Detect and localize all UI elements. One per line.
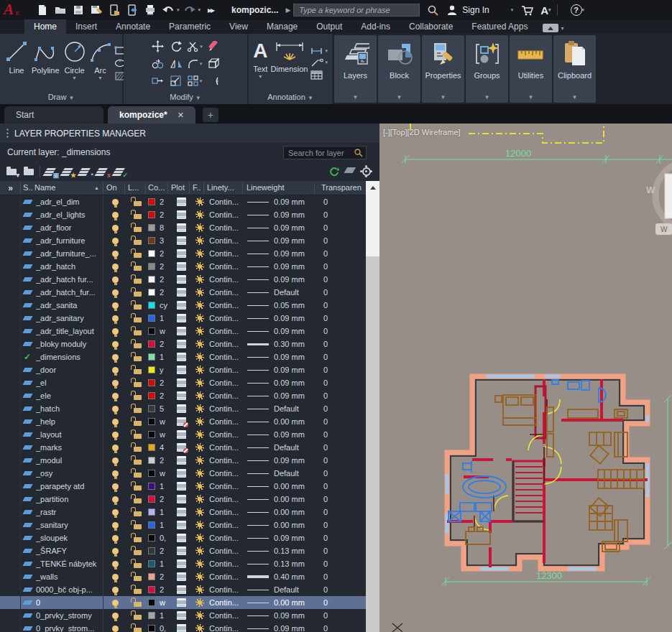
layer-lineweight[interactable]: 0.09 mm [274,221,311,234]
layer-row[interactable]: _adr_hatch fur...2Contin...0.09 mm0 [0,273,366,286]
layer-row[interactable]: _walls2Contin...0.40 mm0 [0,570,366,583]
layer-unlock-icon[interactable] [134,557,142,570]
layer-linetype[interactable]: Contin... [209,596,243,609]
ribbon-tab-annotate[interactable]: Annotate [106,19,160,34]
toggle-overrides-button[interactable] [342,164,359,179]
layer-on-bulb-icon[interactable] [112,389,119,402]
layer-unlock-icon[interactable] [134,570,142,583]
circle-button[interactable]: Circle ▼ [63,37,87,91]
layer-lineweight[interactable]: 0.09 mm [274,195,311,208]
layer-transparency[interactable]: 0 [323,544,328,557]
layer-on-bulb-icon[interactable] [112,363,119,376]
layer-color-swatch[interactable] [148,586,155,593]
layer-unlock-icon[interactable] [134,441,142,454]
layer-unlock-icon[interactable] [134,622,142,632]
layer-linetype[interactable]: Contin... [209,338,243,350]
column-header[interactable]: L... [128,183,144,192]
layer-transparency[interactable]: 0 [323,480,328,493]
layer-transparency[interactable]: 0 [323,557,328,570]
utilities-panel-tile[interactable]: Utilities▼ [510,35,552,103]
scroll-up-button[interactable] [366,181,379,194]
layer-transparency[interactable]: 0 [323,273,328,286]
layer-linetype[interactable]: Contin... [209,531,243,544]
layer-linetype[interactable]: Contin... [209,454,243,467]
layer-transparency[interactable]: 0 [323,260,328,273]
layer-thaw-sun-icon[interactable] [195,208,204,221]
viewport-controls-label[interactable]: [-][Top][2D Wireframe] [383,128,461,136]
layer-on-bulb-icon[interactable] [112,247,119,260]
layer-transparency[interactable]: 0 [323,208,328,221]
layer-thaw-sun-icon[interactable] [195,286,204,299]
polyline-button[interactable]: Polyline [32,37,60,91]
layer-unlock-icon[interactable] [134,273,142,286]
layer-lineweight[interactable]: 0.09 mm [274,622,311,632]
layer-lineweight[interactable]: 0.00 mm [274,415,311,428]
layer-on-bulb-icon[interactable] [112,506,119,519]
layer-thaw-sun-icon[interactable] [195,596,204,609]
layers-tile-caret[interactable]: ▼ [353,94,359,103]
offset-button[interactable] [208,76,220,86]
layer-lineweight[interactable]: 0.09 mm [274,208,311,221]
layer-on-bulb-icon[interactable] [112,583,119,596]
layer-row[interactable]: _helpwContin...0.00 mm0 [0,415,366,428]
layer-thaw-sun-icon[interactable] [195,557,204,570]
layer-on-bulb-icon[interactable] [112,596,119,609]
layer-color-swatch[interactable] [148,534,155,542]
scale-button[interactable] [170,75,182,86]
layer-color-swatch[interactable] [148,392,155,399]
new-group-filter-button[interactable] [20,164,37,179]
layer-row[interactable]: _adr_floor8Contin...0.09 mm0 [0,221,366,234]
layer-lineweight[interactable]: 0.09 mm [274,325,311,338]
layer-lineweight[interactable]: 0.09 mm [274,260,311,273]
layer-color-swatch[interactable] [148,353,155,361]
collapse-tree-button[interactable]: » [0,183,20,193]
layer-on-bulb-icon[interactable] [112,454,119,467]
layer-linetype[interactable]: Contin... [209,299,243,312]
layer-linetype[interactable]: Contin... [209,376,243,389]
layer-row[interactable]: _el2Contin...0.09 mm0 [0,376,366,389]
layer-row[interactable]: _layoutwContin...0.09 mm0 [0,428,366,441]
column-divider[interactable] [124,182,125,194]
layer-linetype[interactable]: Contin... [209,273,243,286]
layer-thaw-sun-icon[interactable] [195,260,204,273]
layer-linetype[interactable]: Contin... [209,221,243,234]
layer-noplot-icon[interactable] [177,441,186,454]
clipboard-panel-tile[interactable]: Clipboard▼ [553,35,596,103]
layer-plot-icon[interactable] [177,531,186,544]
layer-plot-icon[interactable] [177,312,186,325]
save-to-web-mobile-button[interactable] [106,2,122,18]
layer-lineweight[interactable]: 0.09 mm [274,350,311,363]
layer-on-bulb-icon[interactable] [112,376,119,389]
layer-lineweight[interactable]: Default [274,467,311,480]
layer-lineweight[interactable]: Default [274,583,311,596]
explode-button[interactable] [208,58,220,69]
layer-on-bulb-icon[interactable] [112,467,119,480]
layer-transparency[interactable]: 0 [323,389,328,402]
layer-on-bulb-icon[interactable] [112,557,119,570]
undo-button[interactable] [160,2,176,18]
column-divider[interactable] [203,182,204,194]
layer-linetype[interactable]: Contin... [209,480,243,493]
fillet-button[interactable]: ▾ [188,59,203,69]
new-layer-button[interactable]: ★ [60,164,77,179]
layer-row[interactable]: _sanitary1Contin...0.00 mm0 [0,519,366,531]
layer-color-swatch[interactable] [148,405,155,412]
layer-thaw-sun-icon[interactable] [195,428,204,441]
layer-plot-icon[interactable] [177,402,186,415]
viewcube[interactable]: W W [646,161,672,235]
layer-linetype[interactable]: Contin... [209,415,243,428]
app-store-button[interactable] [520,4,533,16]
layer-plot-icon[interactable] [177,338,186,350]
layer-unlock-icon[interactable] [134,338,142,350]
layer-thaw-sun-icon[interactable] [195,234,204,247]
layer-row[interactable]: _sloupek0,Contin...0.09 mm0 [0,531,366,544]
help-search-input[interactable] [298,5,415,15]
layer-thaw-sun-icon[interactable] [195,531,204,544]
line-button[interactable]: Line [4,37,29,91]
layer-on-bulb-icon[interactable] [112,312,119,325]
layer-row[interactable]: _adr_sanitacyContin...0.05 mm0 [0,299,366,312]
wcs-badge[interactable]: W [661,226,668,233]
layer-linetype[interactable]: Contin... [209,350,243,363]
layer-linetype[interactable]: Contin... [209,208,243,221]
sign-in-caret[interactable]: ▾ [511,7,514,13]
